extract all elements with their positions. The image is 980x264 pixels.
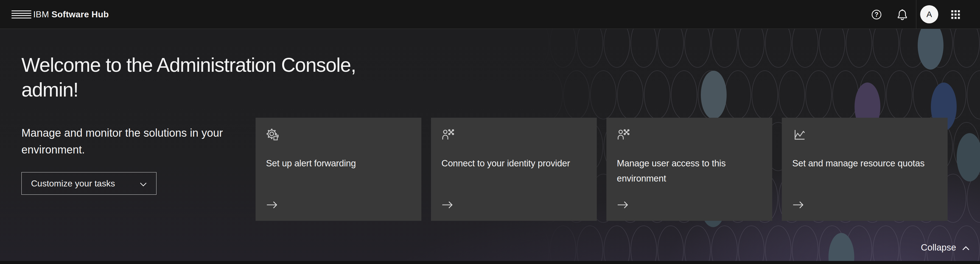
user-network-icon: [617, 128, 762, 141]
help-button[interactable]: ?: [868, 0, 885, 29]
card-label: Manage user access to this environment: [617, 156, 766, 186]
chevron-up-icon: [962, 242, 970, 253]
chevron-down-icon: [140, 178, 147, 189]
line-chart-icon: [792, 128, 937, 141]
page-subtitle: Manage and monitor the solutions in your…: [21, 125, 255, 158]
page-title-line2: admin!: [21, 77, 356, 102]
card-set-up-alert-forwarding[interactable]: Set up alert forwarding: [256, 118, 422, 221]
header-divider: [916, 0, 916, 29]
card-connect-identity-provider[interactable]: Connect to your identity provider: [431, 118, 597, 221]
product-title-name: Software Hub: [52, 10, 109, 19]
card-label: Connect to your identity provider: [441, 156, 591, 171]
page-title-line1: Welcome to the Administration Console,: [21, 53, 356, 77]
page-title: Welcome to the Administration Console, a…: [21, 53, 356, 102]
card-label: Set and manage resource quotas: [792, 156, 942, 171]
bottom-strip: [0, 261, 980, 264]
card-resource-quotas[interactable]: Set and manage resource quotas: [782, 118, 948, 221]
avatar[interactable]: A: [920, 5, 938, 23]
app-switcher-grid-icon: [949, 8, 962, 21]
arrow-right-icon: [792, 200, 805, 210]
product-title-prefix: IBM: [33, 10, 49, 19]
card-manage-user-access[interactable]: Manage user access to this environment: [606, 118, 772, 221]
user-network-icon: [441, 128, 586, 141]
hamburger-menu-icon: [11, 10, 31, 18]
bell-icon: [896, 8, 908, 21]
customize-tasks-button[interactable]: Customize your tasks: [21, 172, 156, 195]
collapse-button[interactable]: Collapse: [921, 242, 970, 253]
notifications-button[interactable]: [894, 0, 911, 29]
arrow-right-icon: [617, 200, 630, 210]
arrow-right-icon: [441, 200, 454, 210]
welcome-banner: Welcome to the Administration Console, a…: [0, 29, 980, 261]
arrow-right-icon: [266, 200, 278, 210]
menu-button[interactable]: [11, 0, 36, 29]
collapse-label: Collapse: [921, 242, 956, 253]
help-icon: ?: [870, 8, 883, 21]
app-switcher-button[interactable]: [947, 0, 964, 29]
svg-text:?: ?: [875, 11, 878, 18]
customize-tasks-label: Customize your tasks: [31, 178, 115, 189]
card-label: Set up alert forwarding: [266, 156, 415, 171]
product-title[interactable]: IBM Software Hub: [33, 0, 109, 29]
task-cards-row: Set up alert forwarding: [256, 118, 948, 221]
avatar-initial: A: [926, 10, 932, 19]
gear-services-icon: [266, 128, 411, 141]
app-header: IBM Software Hub ? A: [0, 0, 980, 29]
